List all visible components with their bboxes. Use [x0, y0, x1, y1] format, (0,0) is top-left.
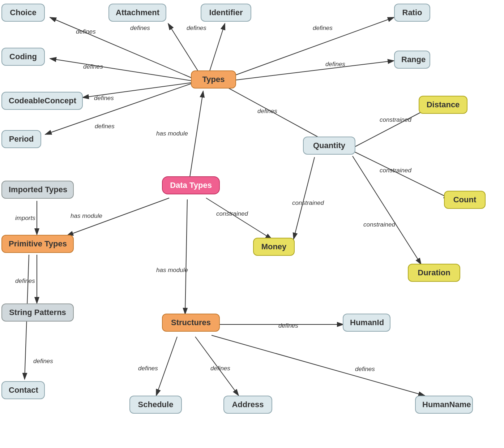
- node-duration[interactable]: Duration: [408, 264, 460, 282]
- node-structures[interactable]: Structures: [162, 314, 220, 332]
- svg-line-1: [50, 17, 197, 80]
- node-imported-types[interactable]: Imported Types: [1, 181, 74, 199]
- label-constrained-distance: constrained: [380, 116, 411, 124]
- node-range[interactable]: Range: [394, 51, 430, 69]
- svg-line-12: [185, 199, 187, 314]
- label-constrained-money: constrained: [292, 199, 324, 207]
- node-schedule[interactable]: Schedule: [129, 396, 182, 414]
- label-defines-humanname: defines: [355, 366, 375, 373]
- label-defines-schedule: defines: [138, 365, 158, 372]
- label-defines-identifier: defines: [187, 25, 206, 32]
- node-primitive-types[interactable]: Primitive Types: [1, 235, 74, 253]
- node-types[interactable]: Types: [191, 70, 236, 89]
- svg-line-2: [50, 59, 195, 81]
- label-defines-quantity: defines: [257, 108, 277, 115]
- label-constrained-count: constrained: [380, 167, 411, 174]
- label-defines-coding: defines: [83, 63, 103, 70]
- label-defines-string: defines: [15, 277, 35, 285]
- label-hasmodule-types: has module: [156, 130, 188, 137]
- label-defines-address: defines: [210, 365, 230, 372]
- node-human-name[interactable]: HumanName: [415, 396, 473, 414]
- node-coding[interactable]: Coding: [1, 48, 45, 66]
- label-constrained-duration: constrained: [363, 221, 395, 228]
- node-ratio[interactable]: Ratio: [394, 4, 430, 22]
- label-defines-period: defines: [95, 123, 115, 130]
- node-attachment[interactable]: Attachment: [108, 4, 166, 22]
- label-defines-contact: defines: [33, 358, 53, 365]
- label-constrained-money-dt: constrained: [216, 210, 248, 217]
- node-string-patterns[interactable]: String Patterns: [1, 303, 74, 322]
- label-defines-range: defines: [325, 61, 345, 68]
- svg-line-8: [234, 61, 394, 80]
- label-defines-choice: defines: [76, 28, 96, 35]
- label-defines-ratio: defines: [313, 25, 333, 32]
- svg-line-17: [156, 337, 177, 396]
- node-period[interactable]: Period: [1, 130, 41, 148]
- node-distance[interactable]: Distance: [419, 96, 467, 114]
- svg-line-6: [210, 23, 225, 71]
- node-identifier[interactable]: Identifier: [201, 4, 251, 22]
- label-hasmodule-primitive: has module: [71, 212, 102, 220]
- svg-line-22: [354, 152, 450, 199]
- label-defines-codeable: defines: [94, 95, 114, 102]
- svg-line-20: [212, 335, 425, 396]
- node-quantity[interactable]: Quantity: [303, 137, 355, 155]
- label-defines-attachment: defines: [130, 25, 150, 32]
- svg-line-10: [190, 91, 203, 177]
- node-count[interactable]: Count: [444, 191, 486, 209]
- label-imports: imports: [15, 215, 35, 222]
- node-data-types[interactable]: Data Types: [162, 176, 220, 194]
- svg-line-13: [206, 198, 272, 239]
- node-address[interactable]: Address: [223, 396, 272, 414]
- label-hasmodule-structures: has module: [156, 267, 188, 274]
- node-human-id[interactable]: HumanId: [343, 314, 390, 332]
- node-money[interactable]: Money: [253, 238, 295, 256]
- node-choice[interactable]: Choice: [1, 4, 45, 22]
- svg-line-23: [294, 157, 315, 239]
- node-codeable-concept[interactable]: CodeableConcept: [1, 92, 83, 110]
- node-contact[interactable]: Contact: [1, 381, 45, 399]
- label-defines-humanid: defines: [278, 322, 298, 329]
